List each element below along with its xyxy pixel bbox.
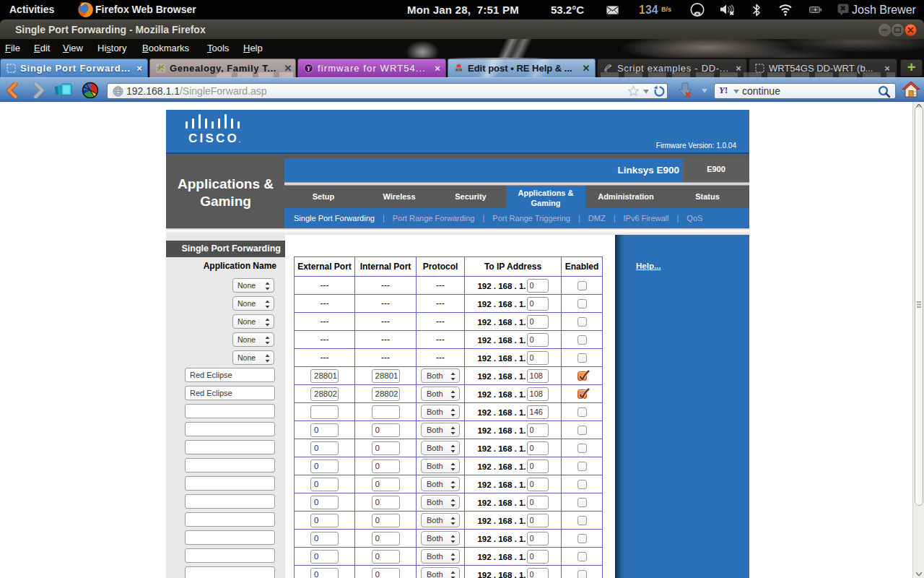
svg-text:Y: Y xyxy=(307,66,311,72)
